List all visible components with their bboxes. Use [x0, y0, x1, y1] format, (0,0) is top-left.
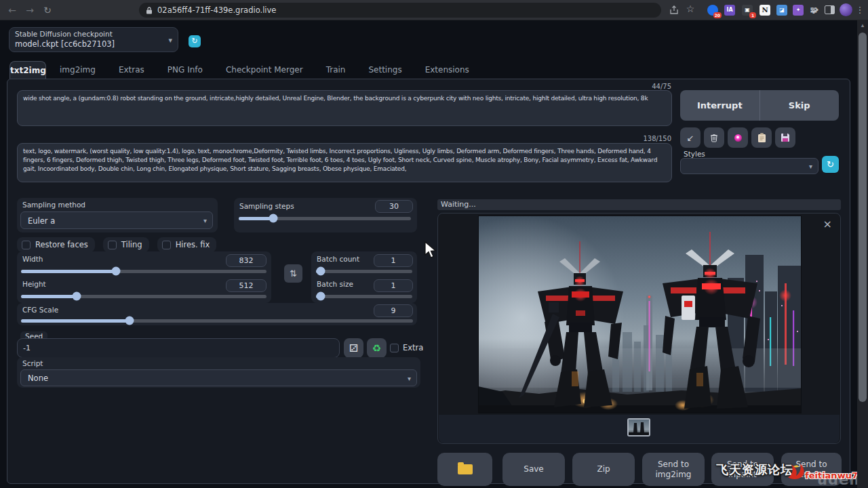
extra-networks-button[interactable]	[728, 127, 748, 148]
tab-checkpoint-merger[interactable]: Checkpoint Merger	[216, 61, 313, 79]
height-slider[interactable]	[21, 295, 267, 298]
cfg-scale-value[interactable]: 9	[374, 304, 413, 317]
main-tabs: txt2img img2img Extras PNG Info Checkpoi…	[9, 61, 479, 79]
checkbox-icon	[22, 241, 31, 249]
random-seed-button[interactable]: ⚂	[344, 338, 363, 358]
chevron-down-icon: ▾	[168, 36, 172, 45]
open-folder-button[interactable]	[437, 453, 492, 486]
browser-toolbar: ← → ↻ 02a56ff4-71ff-439e.gradio.live ☆ 2…	[0, 0, 868, 20]
batch-count-value[interactable]: 1	[374, 254, 413, 267]
sampling-steps-value[interactable]: 30	[375, 200, 413, 213]
scrollbar-up-arrow[interactable]: ▴	[857, 22, 868, 28]
batch-count-slider[interactable]	[316, 270, 412, 273]
hires-fix-toggle[interactable]: Hires. fix	[157, 237, 217, 252]
styles-dropdown[interactable]: ▾	[680, 158, 818, 174]
page-scrollbar[interactable]: ▴	[857, 20, 868, 488]
browser-menu-icon[interactable]: ⋮	[855, 3, 865, 18]
width-label: Width	[22, 255, 43, 263]
profile-avatar[interactable]	[840, 3, 852, 16]
tab-extras[interactable]: Extras	[109, 61, 154, 79]
script-dropdown[interactable]: None ▾	[20, 369, 417, 386]
browser-reload-button[interactable]: ↻	[41, 3, 54, 17]
chevron-down-icon: ▾	[203, 212, 207, 230]
toggles-row: Restore faces Tiling Hires. fix	[17, 237, 216, 252]
clipboard-icon	[757, 133, 766, 143]
seed-extra-toggle[interactable]: Extra	[390, 343, 423, 352]
puzzle-extensions-icon[interactable]: 🧩︎	[809, 5, 820, 16]
sampling-steps-block: Sampling steps 30	[234, 198, 417, 232]
restore-faces-toggle[interactable]: Restore faces	[17, 237, 95, 252]
extension-screenshot-icon[interactable]: ◪	[776, 5, 787, 16]
browser-back-button[interactable]: ←	[5, 3, 19, 17]
batch-size-value[interactable]: 1	[374, 279, 413, 292]
chevron-down-icon: ▾	[809, 159, 812, 175]
tab-train[interactable]: Train	[317, 61, 355, 79]
styles-refresh-button[interactable]: ↻	[822, 156, 839, 173]
tab-txt2img[interactable]: txt2img	[9, 61, 46, 79]
checkpoint-value[interactable]: model.ckpt [cc6cb27103]	[15, 39, 115, 49]
recycle-icon: ♻	[372, 342, 381, 354]
tab-img2img[interactable]: img2img	[50, 61, 105, 79]
sampling-method-block: Sampling method Euler a ▾	[17, 198, 218, 232]
sampling-method-value: Euler a	[28, 212, 55, 230]
reuse-seed-button[interactable]: ♻	[367, 338, 387, 358]
address-bar[interactable]: 02a56ff4-71ff-439e.gradio.live	[139, 3, 661, 18]
script-block: Script None ▾	[17, 357, 420, 388]
batch-count-label: Batch count	[317, 255, 359, 263]
extension-downloader-icon[interactable]: 20	[707, 5, 718, 16]
tab-settings[interactable]: Settings	[359, 61, 411, 79]
tab-extensions[interactable]: Extensions	[416, 61, 479, 79]
sidebar-toggle-icon[interactable]	[825, 5, 835, 14]
width-value[interactable]: 832	[226, 254, 267, 267]
bookmark-star-icon[interactable]: ☆	[684, 2, 697, 16]
send-to-img2img-button[interactable]: Send to img2img	[642, 453, 705, 486]
tiling-toggle[interactable]: Tiling	[103, 237, 149, 252]
checkbox-icon	[390, 344, 399, 352]
prompt-token-counter: 44/75	[597, 83, 671, 90]
tab-png-info[interactable]: PNG Info	[158, 61, 212, 79]
extension-notion-icon[interactable]: N	[760, 5, 770, 16]
cfg-scale-label: CFG Scale	[22, 306, 58, 314]
browser-forward-button[interactable]: →	[23, 3, 37, 17]
checkbox-icon	[108, 241, 117, 249]
watermark-logo-icon	[785, 460, 807, 480]
share-icon[interactable]	[669, 5, 680, 16]
checkpoint-refresh-button[interactable]: ↻	[189, 35, 201, 47]
capture-badge: 1	[749, 12, 756, 18]
trash-icon	[709, 133, 719, 142]
sampling-steps-slider[interactable]	[239, 217, 411, 220]
zip-button[interactable]: Zip	[572, 453, 635, 486]
screen: ← → ↻ 02a56ff4-71ff-439e.gradio.live ☆ 2…	[0, 0, 868, 488]
thumbnail-strip	[439, 415, 840, 443]
generated-image[interactable]	[478, 216, 802, 413]
paste-generation-params-button[interactable]: ↙	[680, 127, 701, 148]
progress-status: Waiting...	[437, 199, 841, 210]
interrupt-button[interactable]: Interrupt	[680, 90, 760, 121]
scrollbar-thumb[interactable]	[859, 33, 867, 402]
apply-style-button[interactable]	[751, 127, 772, 148]
close-image-button[interactable]: ×	[823, 218, 832, 230]
seed-input[interactable]: -1	[17, 338, 340, 358]
skip-button[interactable]: Skip	[760, 90, 840, 121]
negative-prompt-input[interactable]: text, logo, watermark, (worst quality, l…	[17, 143, 672, 182]
width-slider[interactable]	[21, 270, 267, 273]
dice-icon: ⚂	[349, 342, 358, 354]
save-button[interactable]: Save	[502, 453, 565, 486]
extension-ia-icon[interactable]: IA	[724, 5, 735, 16]
restore-faces-label: Restore faces	[35, 240, 88, 249]
swap-dimensions-button[interactable]: ⇅	[284, 264, 302, 283]
styles-label: Styles	[684, 150, 705, 158]
hires-fix-label: Hires. fix	[176, 240, 210, 249]
chevron-down-icon: ▾	[408, 370, 411, 387]
clear-prompt-button[interactable]	[704, 127, 724, 148]
height-value[interactable]: 512	[226, 279, 267, 292]
sampling-method-dropdown[interactable]: Euler a ▾	[20, 211, 213, 229]
extension-clipper-icon[interactable]: ✦	[793, 5, 804, 16]
cfg-scale-slider[interactable]	[21, 319, 413, 323]
prompt-input[interactable]: wide shot angle, a (gundam:0.8) robot st…	[17, 90, 672, 126]
save-style-button[interactable]	[775, 127, 795, 148]
batch-size-label: Batch size	[317, 280, 353, 288]
extension-capture-icon[interactable]: ▣ 1	[742, 5, 753, 16]
batch-size-slider[interactable]	[316, 295, 412, 298]
gallery-thumbnail[interactable]	[627, 418, 650, 436]
